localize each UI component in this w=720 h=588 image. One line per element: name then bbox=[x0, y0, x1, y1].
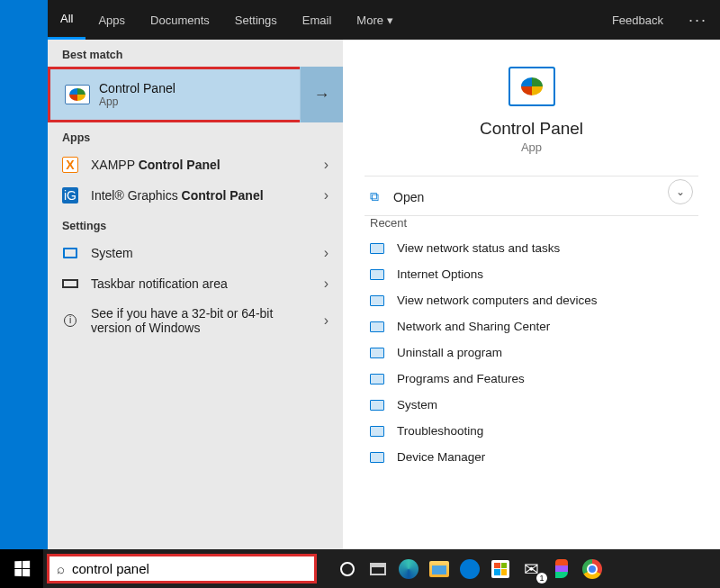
preview-pane: Control Panel App ⧉ Open ⌄ Recent View n… bbox=[343, 40, 720, 549]
chevron-right-icon: › bbox=[324, 245, 328, 261]
apps-section-label: Apps bbox=[48, 122, 343, 149]
chevron-right-icon: › bbox=[324, 187, 328, 204]
best-match-title: Control Panel bbox=[99, 81, 176, 95]
tab-apps[interactable]: Apps bbox=[86, 0, 138, 40]
search-results: Best match Control Panel App → Apps X XA… bbox=[48, 40, 720, 549]
tab-documents[interactable]: Documents bbox=[138, 0, 222, 40]
cp-item-icon bbox=[370, 400, 384, 411]
file-explorer-icon[interactable] bbox=[427, 556, 452, 582]
cp-item-icon bbox=[370, 295, 384, 306]
open-action[interactable]: ⧉ Open bbox=[343, 176, 720, 217]
intel-icon: iG bbox=[62, 187, 78, 204]
monitor-icon bbox=[62, 245, 78, 261]
preview-title: Control Panel bbox=[343, 119, 720, 139]
result-taskbar-notification[interactable]: Taskbar notification area › bbox=[48, 268, 343, 299]
edge-legacy-icon[interactable] bbox=[457, 556, 482, 582]
recent-device-manager[interactable]: Device Manager bbox=[343, 444, 720, 470]
windows-logo-icon bbox=[14, 561, 30, 577]
recent-network-sharing[interactable]: Network and Sharing Center bbox=[343, 313, 720, 339]
preview-subtitle: App bbox=[343, 140, 720, 154]
tab-all[interactable]: All bbox=[48, 0, 86, 40]
microsoft-store-icon[interactable] bbox=[488, 556, 513, 582]
accent-bar bbox=[0, 0, 48, 549]
more-options-icon[interactable]: ··· bbox=[676, 11, 720, 30]
chevron-right-icon: › bbox=[324, 157, 328, 173]
cp-item-icon bbox=[370, 452, 384, 463]
tab-settings[interactable]: Settings bbox=[222, 0, 290, 40]
result-system[interactable]: System › bbox=[48, 238, 343, 268]
search-icon: ⌕ bbox=[57, 561, 65, 576]
search-input[interactable] bbox=[72, 561, 307, 576]
preview-control-panel-icon bbox=[508, 67, 555, 106]
feedback-link[interactable]: Feedback bbox=[599, 0, 676, 40]
best-match-subtitle: App bbox=[99, 95, 176, 108]
mail-icon[interactable]: ✉1 bbox=[518, 556, 544, 582]
recent-internet-options[interactable]: Internet Options bbox=[343, 261, 720, 287]
result-32-64-bit[interactable]: i See if you have a 32-bit or 64-bit ver… bbox=[48, 299, 343, 342]
edge-icon[interactable] bbox=[396, 556, 421, 582]
cp-item-icon bbox=[370, 269, 384, 280]
recent-network-status[interactable]: View network status and tasks bbox=[343, 235, 720, 261]
result-xampp[interactable]: X XAMPP Control Panel › bbox=[48, 149, 343, 180]
result-label: XAMPP Control Panel bbox=[91, 158, 220, 172]
start-button[interactable] bbox=[0, 549, 43, 588]
result-label: Taskbar notification area bbox=[91, 276, 228, 291]
best-match-result[interactable]: Control Panel App bbox=[48, 67, 300, 122]
taskbar-icon bbox=[62, 276, 78, 292]
figma-icon[interactable] bbox=[549, 556, 574, 582]
best-match-expand-arrow[interactable]: → bbox=[300, 67, 343, 122]
tab-more[interactable]: More ▾ bbox=[344, 0, 405, 40]
result-label: Intel® Graphics Control Panel bbox=[91, 188, 264, 203]
chevron-right-icon: › bbox=[324, 312, 328, 329]
results-list-pane: Best match Control Panel App → Apps X XA… bbox=[48, 40, 343, 549]
search-filter-tabs: All Apps Documents Settings Email More ▾… bbox=[48, 0, 720, 40]
cp-item-icon bbox=[370, 374, 384, 384]
best-match-label: Best match bbox=[48, 40, 343, 67]
mail-badge: 1 bbox=[536, 573, 547, 583]
taskbar-search-box[interactable]: ⌕ bbox=[47, 554, 317, 583]
recent-network-computers[interactable]: View network computers and devices bbox=[343, 287, 720, 313]
xampp-icon: X bbox=[62, 157, 78, 173]
taskbar: ⌕ ✉1 bbox=[0, 549, 720, 588]
recent-uninstall[interactable]: Uninstall a program bbox=[343, 339, 720, 366]
result-label: System bbox=[91, 246, 133, 260]
recent-system[interactable]: System bbox=[343, 392, 720, 418]
task-view-icon[interactable] bbox=[365, 556, 391, 582]
control-panel-icon bbox=[65, 85, 90, 104]
recent-label: Recent bbox=[343, 216, 720, 235]
expand-chevron-button[interactable]: ⌄ bbox=[668, 179, 693, 204]
info-icon: i bbox=[62, 312, 78, 329]
open-icon: ⧉ bbox=[370, 189, 379, 204]
cortana-icon[interactable] bbox=[335, 556, 360, 582]
cp-item-icon bbox=[370, 426, 384, 437]
tab-email[interactable]: Email bbox=[290, 0, 345, 40]
settings-section-label: Settings bbox=[48, 211, 343, 238]
open-label: Open bbox=[393, 190, 424, 204]
result-intel-graphics[interactable]: iG Intel® Graphics Control Panel › bbox=[48, 180, 343, 211]
cp-item-icon bbox=[370, 348, 384, 358]
chevron-right-icon: › bbox=[324, 276, 328, 292]
recent-troubleshooting[interactable]: Troubleshooting bbox=[343, 418, 720, 444]
cp-item-icon bbox=[370, 243, 384, 254]
chrome-icon[interactable] bbox=[580, 556, 605, 582]
recent-programs-features[interactable]: Programs and Features bbox=[343, 366, 720, 392]
taskbar-pinned-apps: ✉1 bbox=[335, 556, 605, 582]
result-label: See if you have a 32-bit or 64-bit versi… bbox=[91, 306, 298, 335]
cp-item-icon bbox=[370, 321, 384, 332]
